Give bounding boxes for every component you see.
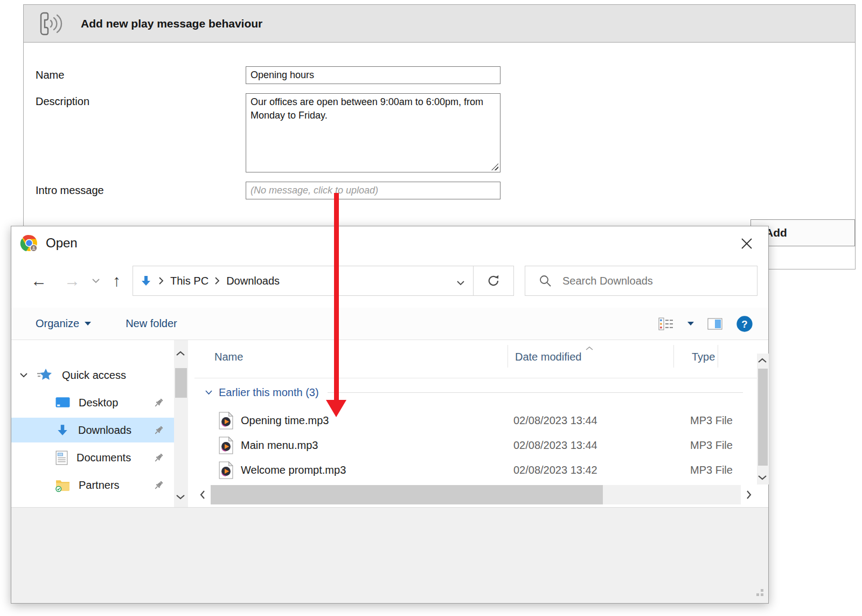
pin-icon [153,397,164,409]
recent-locations-chevron[interactable] [92,276,100,286]
open-file-dialog: Open ← → ↑ This PC [11,226,769,604]
file-name: Welcome prompt.mp3 [241,464,513,476]
sidebar-item-downloads[interactable]: Downloads [11,418,174,442]
pin-icon [153,480,164,491]
file-row[interactable]: Welcome prompt.mp3 02/08/2023 13:42 MP3 … [205,458,756,482]
scrollbar-thumb[interactable] [211,485,603,504]
quick-access-icon [37,368,52,382]
search-input[interactable] [561,274,723,288]
pin-icon [153,425,164,436]
dialog-titlebar: Open [11,226,768,260]
dialog-footer: File name: Custom Files (*.3gpp;*.amr;*.… [11,507,768,603]
chrome-icon [20,234,38,252]
navigation-bar: ← → ↑ This PC Downloads [11,264,768,297]
file-type: MP3 File [690,439,733,452]
column-header-name[interactable]: Name [214,351,243,363]
navigation-pane: Quick access Desktop [11,340,174,507]
breadcrumb-chevron-icon[interactable] [215,277,220,285]
resize-grip[interactable] [754,587,764,599]
scrollbar-thumb[interactable] [758,369,768,466]
help-icon: ? [736,315,753,333]
group-label: Earlier this month (3) [219,386,319,399]
svg-text:?: ? [741,318,747,329]
organize-caret-icon [85,322,91,326]
mp3-file-icon [219,437,233,454]
red-arrow-line [334,193,339,400]
sidebar-item-desktop[interactable]: Desktop [11,390,174,415]
description-field: Our offices are open between 9:00am to 6… [246,93,500,172]
mp3-file-icon [219,412,233,430]
downloads-icon [140,274,152,287]
up-button[interactable]: ↑ [113,273,121,289]
panel-header: Add new play message behaviour [24,5,855,43]
desktop-icon [55,397,70,409]
dialog-title: Open [46,236,78,251]
breadcrumb-this-pc[interactable]: This PC [170,275,208,287]
address-dropdown-chevron[interactable] [457,278,464,288]
downloads-icon [55,423,69,437]
column-header-date-modified[interactable]: Date modified [515,351,581,363]
close-button[interactable] [734,231,760,257]
scroll-down-icon[interactable] [176,492,185,502]
column-divider [673,345,674,368]
sidebar-item-label: Partners [79,479,120,492]
scrollbar-track[interactable] [211,485,741,504]
scroll-up-icon[interactable] [757,356,767,365]
details-view-icon [658,317,675,330]
group-divider [328,392,743,393]
views-caret-icon[interactable] [687,322,694,326]
file-row[interactable]: Opening time.mp3 02/08/2023 13:44 MP3 Fi… [205,409,756,432]
search-field[interactable] [525,266,757,296]
intro-message-label: Intro message [36,184,104,197]
vertical-scrollbar[interactable] [757,354,769,485]
file-date-modified: 02/08/2023 13:44 [513,439,690,452]
forward-button[interactable]: → [64,273,80,289]
sidebar-item-quick-access[interactable]: Quick access [11,363,174,387]
address-bar[interactable]: This PC Downloads [133,266,474,296]
panel-title: Add new play message behaviour [81,17,262,30]
sort-chevron-icon [586,343,593,353]
header-divider [194,378,757,378]
search-icon [539,275,552,287]
partners-folder-icon [55,479,70,492]
mp3-file-icon [219,461,233,479]
column-header-type[interactable]: Type [692,351,715,363]
preview-pane-button[interactable] [707,317,723,330]
file-type: MP3 File [690,414,733,427]
column-divider [718,345,718,368]
pin-icon [153,452,164,463]
phone-icon [34,10,64,37]
breadcrumb-chevron-icon[interactable] [159,277,164,285]
sidebar-item-partners[interactable]: Partners [11,473,174,497]
breadcrumb-downloads[interactable]: Downloads [226,275,280,287]
screen: Add new play message behaviour Name Desc… [0,0,862,616]
name-input[interactable] [246,66,500,84]
intro-message-upload-field[interactable] [246,182,500,199]
sidebar-scrollbar[interactable] [174,340,188,507]
file-date-modified: 02/08/2023 13:42 [513,464,690,476]
details-view-button[interactable] [658,317,675,330]
scroll-down-icon[interactable] [757,473,767,482]
column-divider [508,345,508,368]
refresh-button[interactable] [474,266,514,296]
sidebar-item-label: Desktop [79,397,118,409]
scrollbar-thumb[interactable] [175,368,187,398]
chevron-down-icon[interactable] [20,373,27,378]
scroll-right-icon[interactable] [741,490,757,500]
organize-label: Organize [36,317,79,330]
scroll-up-icon[interactable] [176,349,185,358]
help-button[interactable]: ? [736,315,753,333]
file-type: MP3 File [690,464,733,476]
scroll-left-icon[interactable] [194,490,211,500]
sidebar-item-documents[interactable]: Documents [11,445,174,470]
red-arrow-head [326,400,346,417]
documents-icon [55,451,68,465]
description-textarea[interactable]: Our offices are open between 9:00am to 6… [246,93,500,172]
organize-menu[interactable]: Organize [36,317,91,330]
group-collapse-chevron[interactable] [205,387,212,397]
back-button[interactable]: ← [31,273,47,289]
name-label: Name [36,69,64,81]
new-folder-button[interactable]: New folder [126,317,177,330]
file-row[interactable]: Main menu.mp3 02/08/2023 13:44 MP3 File [205,433,756,457]
horizontal-scrollbar[interactable] [194,485,757,505]
